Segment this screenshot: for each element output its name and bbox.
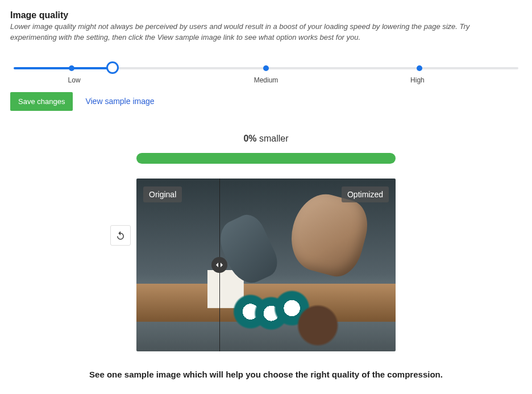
smaller-label: smaller: [259, 134, 289, 143]
slider-stop-high[interactable]: [417, 65, 422, 71]
slider-fill: [14, 67, 116, 69]
slider-label-low: Low: [68, 76, 81, 84]
section-description: Lower image quality might not always be …: [10, 22, 505, 43]
smaller-stat: 0% smaller: [136, 134, 396, 144]
compare-viewer[interactable]: Original Optimized: [136, 179, 396, 351]
savings-bar: [136, 153, 396, 164]
slider-stop-low[interactable]: [69, 65, 74, 71]
slider-label-high: High: [410, 76, 425, 84]
quality-slider[interactable]: Low Medium High: [10, 59, 522, 88]
original-badge: Original: [143, 186, 182, 202]
reload-button[interactable]: [110, 225, 131, 246]
smaller-percent: 0%: [243, 134, 256, 143]
slider-stop-medium[interactable]: [263, 65, 269, 71]
compare-handle[interactable]: [211, 257, 227, 273]
preview-caption: See one sample image which will help you…: [10, 370, 522, 379]
save-button[interactable]: Save changes: [10, 92, 73, 111]
section-title: Image quality: [10, 10, 522, 20]
slider-handle[interactable]: [106, 61, 119, 74]
optimized-badge: Optimized: [342, 186, 389, 202]
slider-label-medium: Medium: [254, 76, 279, 84]
compare-handle-icon: [215, 262, 224, 268]
sample-image: [136, 179, 396, 351]
reload-icon: [115, 230, 126, 240]
view-sample-link[interactable]: View sample image: [85, 97, 154, 106]
